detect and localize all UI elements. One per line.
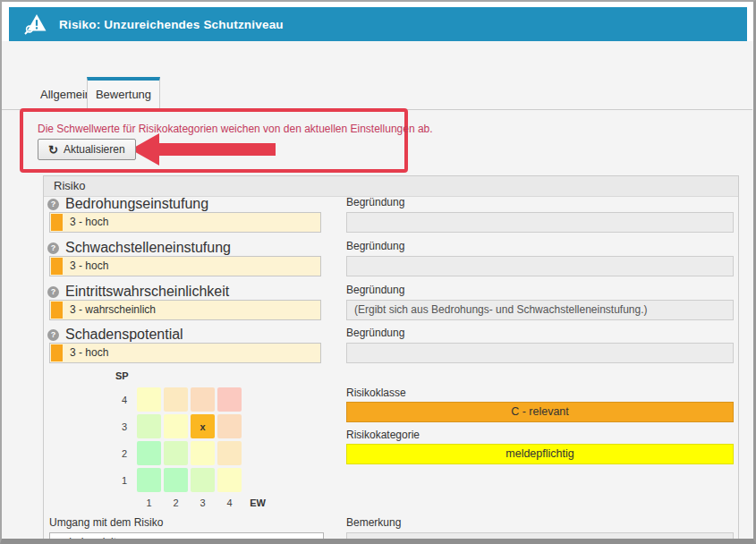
begruendung-label-1: Begründung [346,196,404,208]
risk-category-bar: meldepflichtig [346,444,734,464]
matrix-cell-ew3-sp4 [191,387,215,412]
rating-accent [51,214,63,231]
matrix-cell-ew1-sp4 [137,387,161,412]
matrix-col-label-ew-4: 4 [217,495,242,519]
matrix-col-label-ew-1: 1 [137,495,161,519]
begruendung-input-3[interactable]: (Ergibt sich aus Bedrohungs- und Schwach… [346,300,734,320]
rating-accent [51,258,63,275]
risk-class-bar: C - relevant [346,402,734,422]
eintrittswahrscheinlichkeit-label-row: ? Eintrittswahrscheinlichkeit [47,284,229,300]
begruendung-input-2[interactable] [346,256,734,276]
matrix-cell-ew4-sp1 [217,468,242,492]
bedrohungseinstufung-value: 3 - hoch [70,213,108,232]
schadenspotential-value: 3 - hoch [70,344,108,362]
rating-accent [51,344,63,361]
matrix-spacer [244,414,271,438]
matrix-cell-ew3-sp1 [191,468,215,492]
matrix-row-label-sp-3: 3 [115,414,134,438]
aktualisieren-button-label: Aktualisieren [64,143,125,156]
risikokategorie-label: Risikokategorie [346,429,420,441]
schadenspotential-label: Schadenspotential [65,327,183,343]
help-icon[interactable]: ? [47,329,59,341]
begruendung-label-2: Begründung [346,240,404,252]
schadenspotential-select[interactable]: 3 - hoch [49,343,321,363]
matrix-cell-ew2-sp3 [164,414,188,438]
help-icon[interactable]: ? [47,242,59,254]
bemerkung-label: Bemerkung [346,516,401,529]
eintrittswahrscheinlichkeit-value: 3 - wahrscheinlich [70,301,156,319]
matrix-cell-ew3-sp2 [191,441,215,465]
aktualisieren-button[interactable]: ↻ Aktualisieren [38,139,136,160]
matrix-cell-ew1-sp3 [137,414,161,438]
schadenspotential-label-row: ? Schadenspotential [47,327,183,343]
matrix-sp-axis-label: SP [115,370,129,381]
matrix-cell-ew1-sp2 [137,441,161,465]
eintrittswahrscheinlichkeit-label: Eintrittswahrscheinlichkeit [65,284,229,300]
bedrohungseinstufung-label-row: ? Bedrohungseinstufung [47,196,208,212]
matrix-cell-ew3-sp3-selected: x [191,414,215,438]
matrix-cell-ew4-sp4 [217,387,242,412]
bedrohungseinstufung-label: Bedrohungseinstufung [65,196,208,212]
matrix-cell-ew2-sp1 [164,468,188,492]
eintrittswahrscheinlichkeit-select[interactable]: 3 - wahrscheinlich [49,300,321,320]
schwachstelleneinstufung-label-row: ? Schwachstelleneinstufung [47,240,231,256]
warning-message: Die Schwellwerte für Risikokategorien we… [38,123,433,135]
matrix-row-label-sp-1: 1 [115,468,134,492]
title-bar: Risiko: Unzureichendes Schutzniveau [9,7,747,41]
begruendung-label-3: Begründung [346,284,404,296]
matrix-cell-ew4-sp3 [217,414,242,438]
matrix-cell-ew1-sp1 [137,468,161,492]
matrix-cell-ew2-sp4 [164,387,188,412]
bedrohungseinstufung-select[interactable]: 3 - hoch [49,212,321,233]
help-icon[interactable]: ? [47,286,59,298]
matrix-col-label-ew-2: 2 [164,495,188,519]
schwachstelleneinstufung-select[interactable]: 3 - hoch [49,256,321,276]
risk-matrix-grid: 43x211234EW [115,387,271,519]
matrix-ew-axis-label: EW [244,495,271,519]
risikoklasse-label: Risikoklasse [346,387,406,399]
risk-warning-icon [23,12,48,37]
schwachstelleneinstufung-label: Schwachstelleneinstufung [65,240,231,256]
risiko-section-header: Risiko [44,176,738,197]
annotation-arrow-shaft [157,143,276,156]
window-title: Risiko: Unzureichendes Schutzniveau [59,18,284,31]
matrix-spacer [244,441,271,465]
schwachstelleneinstufung-value: 3 - hoch [70,257,108,276]
tab-bewertung[interactable]: Bewertung [87,77,160,109]
rating-accent [51,302,63,319]
matrix-row-label-sp-2: 2 [115,441,134,465]
umgang-mit-dem-risiko-select[interactable]: unbehandelt [49,532,324,544]
refresh-icon: ↻ [48,144,58,156]
matrix-spacer [115,495,134,519]
matrix-spacer [244,468,271,492]
begruendung-input-4[interactable] [346,343,734,363]
begruendung-label-4: Begründung [346,327,404,339]
umgang-mit-dem-risiko-label: Umgang mit dem Risiko [49,516,163,529]
matrix-row-label-sp-4: 4 [115,387,134,412]
begruendung-input-1[interactable] [346,212,734,233]
bemerkung-input[interactable] [346,532,734,544]
matrix-cell-ew2-sp2 [164,441,188,465]
help-icon[interactable]: ? [47,199,59,210]
matrix-col-label-ew-3: 3 [191,495,215,519]
matrix-cell-ew4-sp2 [217,441,242,465]
matrix-spacer [244,387,271,412]
